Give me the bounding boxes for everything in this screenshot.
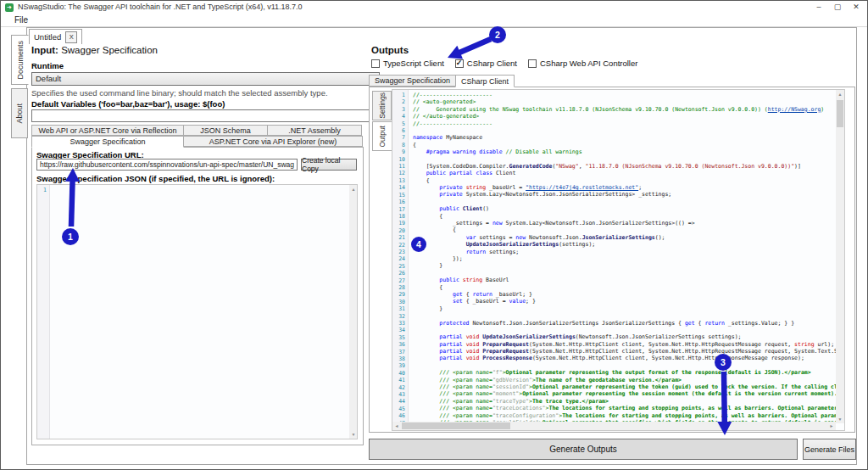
scroll-left-icon[interactable]: ◄ (392, 422, 401, 430)
swagger-url-input[interactable] (36, 159, 298, 171)
vertical-scroll-thumb[interactable] (837, 100, 843, 127)
checkbox-label: CSharp Web API Controller (540, 59, 637, 68)
code-editor-vertical-scrollbar[interactable]: ▲ ▼ (836, 90, 844, 423)
input-heading-prefix: Input: (31, 45, 58, 55)
csharp-code-editor[interactable]: 1234567891011121314151617181920212223242… (392, 89, 845, 431)
sidebar-tab-about[interactable]: About (11, 88, 28, 138)
default-variables-label: Default Variables ('foo=bar,baz=bar'), u… (31, 99, 225, 109)
side-tab-strip: DocumentsAbout (11, 35, 27, 142)
window-title: NSwagStudio: The Swagger API toolchain f… (18, 3, 303, 11)
json-editor-vertical-scrollbar[interactable]: ▲ ▼ (349, 185, 357, 439)
runtime-select[interactable]: Default ⌄ (31, 72, 380, 86)
input-tab-swagger-specification[interactable]: Swagger Specification (31, 136, 184, 148)
checkbox-label: TypeScript Client (383, 59, 444, 68)
scroll-down-icon[interactable]: ▼ (836, 415, 844, 423)
input-source-tabs: Web API or ASP.NET Core via ReflectionJS… (31, 125, 364, 147)
checkbox-label: CSharp Client (467, 59, 517, 68)
input-tab--net-assembly[interactable]: .NET Assembly (267, 125, 362, 136)
generate-files-button[interactable]: Generate Files (803, 439, 856, 460)
output-tab-swagger-specification[interactable]: Swagger Specification (369, 75, 456, 87)
scroll-up-icon[interactable]: ▲ (836, 90, 844, 98)
editor-tab-settings[interactable]: Settings (372, 91, 392, 120)
sidebar-tab-label: About (15, 104, 24, 124)
menu-file[interactable]: File (12, 14, 31, 26)
outputs-heading: Outputs (371, 45, 409, 55)
editor-tab-label: Settings (378, 92, 387, 119)
sidebar-tab-documents[interactable]: Documents (11, 35, 29, 85)
editor-side-tabs: SettingsOutput (372, 91, 391, 152)
json-editor-gutter: 1 (37, 185, 50, 439)
checkbox-unchecked-icon[interactable] (528, 59, 537, 68)
maximize-icon[interactable]: ▢ (828, 1, 847, 14)
output-tab-csharp-client[interactable]: CSharp Client (455, 75, 515, 87)
title-bar: ➜ NSwagStudio: The Swagger API toolchain… (1, 1, 867, 14)
generate-outputs-button[interactable]: Generate Outputs (369, 439, 798, 460)
output-type-checkboxes: TypeScript ClientCSharp ClientCSharp Web… (371, 59, 637, 68)
checkbox-typescript-client[interactable]: TypeScript Client (371, 59, 444, 68)
code-editor-content[interactable]: //----------------------// <auto-generat… (409, 90, 836, 422)
close-icon[interactable]: ✕ (847, 1, 865, 14)
json-editor-content[interactable] (51, 185, 349, 439)
swagger-json-editor[interactable]: 1 ▲ ▼ (36, 184, 358, 439)
code-editor-horizontal-scrollbar[interactable]: ◄ ► (392, 422, 836, 430)
sidebar-tab-label: Documents (16, 41, 25, 80)
default-variables-input[interactable] (31, 109, 380, 122)
swagger-json-label: Swagger Specification JSON (if specified… (36, 174, 275, 183)
scroll-up-icon[interactable]: ▲ (349, 185, 358, 193)
checkbox-checked-icon[interactable] (455, 59, 464, 68)
close-document-icon[interactable]: X (65, 31, 77, 43)
horizontal-scroll-thumb[interactable] (402, 422, 510, 429)
runtime-label: Runtime (31, 61, 64, 70)
app-icon: ➜ (5, 3, 14, 12)
create-local-copy-button[interactable]: Create local Copy (301, 159, 357, 171)
tab-untitled[interactable]: Untitled X (29, 29, 82, 44)
app-window: ➜ NSwagStudio: The Swagger API toolchain… (0, 0, 868, 470)
document-tab-label: Untitled (34, 32, 61, 42)
minimize-icon[interactable]: – (810, 1, 828, 14)
editor-tab-label: Output (378, 126, 387, 148)
input-heading: Input: Swagger Specification (31, 45, 158, 55)
checkbox-csharp-client[interactable]: CSharp Client (455, 59, 517, 68)
checkbox-unchecked-icon[interactable] (371, 59, 380, 68)
editor-tab-output[interactable]: Output (372, 121, 392, 151)
runtime-hint: Specifies the used command line binary; … (31, 88, 328, 98)
scroll-right-icon[interactable]: ► (827, 422, 836, 430)
input-tab-json-schema[interactable]: JSON Schema (183, 125, 268, 136)
code-editor-gutter: 1234567891011121314151617181920212223242… (392, 90, 409, 422)
scroll-down-icon[interactable]: ▼ (349, 430, 358, 439)
input-tab-asp-net-core-via-api-explorer-new-[interactable]: ASP.NET Core via API Explorer (new) (183, 136, 363, 147)
output-tabs: Swagger SpecificationCSharp Client (369, 75, 514, 87)
runtime-selected-value: Default (36, 74, 61, 83)
input-heading-text: Swagger Specification (58, 45, 158, 55)
menu-bar: File (1, 14, 867, 27)
input-tab-web-api-or-asp-net-core-via-reflection[interactable]: Web API or ASP.NET Core via Reflection (31, 125, 184, 136)
checkbox-csharp-web-api-controller[interactable]: CSharp Web API Controller (528, 59, 637, 68)
